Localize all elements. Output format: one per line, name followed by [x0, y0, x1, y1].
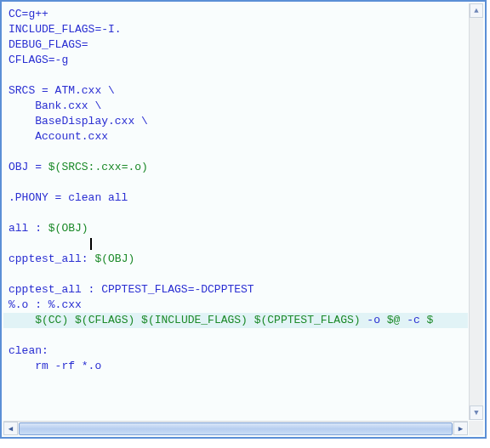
code-line[interactable]: all : $(OBJ)	[9, 221, 463, 236]
code-area[interactable]: CC=g++INCLUDE_FLAGS=-I.DEBUG_FLAGS=CFLAG…	[3, 3, 468, 420]
code-line[interactable]: cpptest_all: $(OBJ)	[9, 252, 463, 267]
scroll-right-icon[interactable]: ▶	[453, 422, 468, 435]
code-line[interactable]: Bank.cxx \	[9, 99, 463, 114]
code-line[interactable]	[9, 68, 463, 83]
code-line[interactable]: .PHONY = clean all	[9, 190, 463, 206]
code-line[interactable]: INCLUDE_FLAGS=-I.	[9, 22, 463, 37]
horizontal-scrollbar-thumb[interactable]	[19, 422, 453, 435]
scroll-left-icon[interactable]: ◀	[3, 422, 18, 435]
code-line[interactable]: CFLAGS=-g	[9, 53, 463, 68]
scroll-down-icon[interactable]: ▼	[470, 405, 483, 420]
editor-frame: CC=g++INCLUDE_FLAGS=-I.DEBUG_FLAGS=CFLAG…	[0, 0, 487, 439]
scrollbar-corner	[469, 421, 483, 435]
code-line[interactable]: BaseDisplay.cxx \	[9, 114, 463, 129]
code-line[interactable]	[9, 145, 463, 160]
code-line[interactable]: rm -rf *.o	[9, 359, 463, 374]
code-line[interactable]	[9, 175, 463, 190]
horizontal-scrollbar[interactable]: ◀ ▶	[3, 421, 468, 435]
code-line[interactable]	[9, 328, 463, 343]
code-line[interactable]	[9, 267, 463, 282]
scroll-up-icon[interactable]: ▲	[470, 3, 483, 18]
code-line[interactable]	[9, 236, 463, 252]
code-line[interactable]: %.o : %.cxx	[9, 298, 463, 313]
code-line[interactable]: SRCS = ATM.cxx \	[9, 83, 463, 99]
code-line[interactable]: DEBUG_FLAGS=	[9, 37, 463, 53]
code-line[interactable]: clean:	[9, 343, 463, 359]
code-line[interactable]: $(CC) $(CFLAGS) $(INCLUDE_FLAGS) $(CPPTE…	[3, 313, 468, 328]
code-line[interactable]: Account.cxx	[9, 129, 463, 145]
vertical-scrollbar[interactable]: ▲ ▼	[469, 3, 483, 420]
code-line[interactable]: CC=g++	[9, 7, 463, 22]
code-line[interactable]: OBJ = $(SRCS:.cxx=.o)	[9, 160, 463, 175]
code-line[interactable]	[9, 206, 463, 221]
code-line[interactable]: cpptest_all : CPPTEST_FLAGS=-DCPPTEST	[9, 282, 463, 298]
